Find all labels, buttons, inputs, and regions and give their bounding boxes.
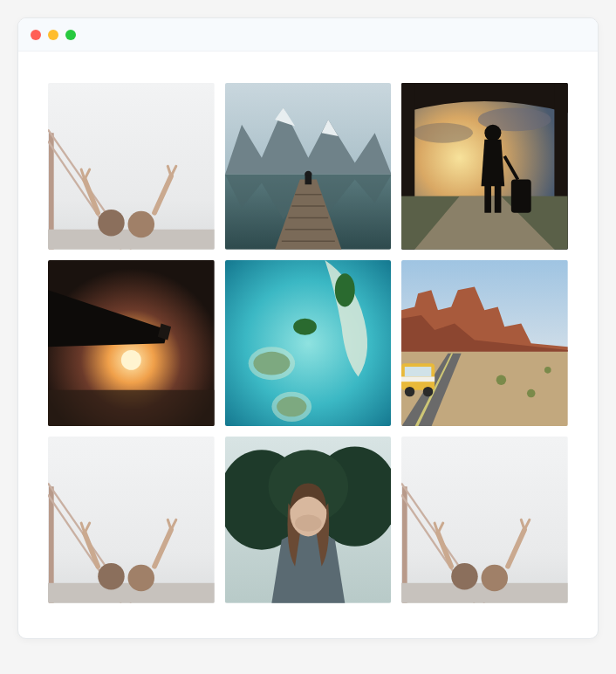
svg-point-41 [544, 367, 551, 374]
svg-point-65 [452, 563, 479, 590]
bridge-peace-sign-photo [48, 437, 215, 603]
svg-point-53 [128, 565, 155, 592]
gallery-tile[interactable] [48, 437, 215, 603]
maximize-icon[interactable] [65, 30, 76, 40]
bridge-peace-sign-photo [401, 437, 568, 603]
svg-rect-24 [495, 182, 502, 212]
svg-rect-25 [511, 180, 531, 213]
svg-point-22 [485, 125, 502, 141]
app-window [17, 17, 599, 639]
airplane-wing-sunset-photo [48, 260, 215, 427]
gallery-tile[interactable] [48, 83, 215, 250]
svg-point-28 [121, 350, 141, 370]
close-icon[interactable] [31, 30, 41, 40]
svg-point-59 [295, 515, 322, 532]
gallery-tile[interactable] [225, 437, 392, 603]
gallery-tile[interactable] [401, 83, 568, 250]
bridge-peace-sign-photo [48, 83, 215, 250]
svg-point-46 [423, 387, 433, 396]
svg-rect-44 [401, 376, 435, 382]
image-grid [48, 83, 568, 603]
svg-point-45 [405, 387, 414, 396]
aerial-islands-photo [225, 260, 392, 427]
minimize-icon[interactable] [48, 30, 58, 40]
svg-point-17 [414, 123, 474, 143]
gallery-tile[interactable] [225, 260, 392, 427]
titlebar [18, 18, 598, 52]
woman-portrait-trees-photo [225, 437, 392, 603]
svg-rect-15 [305, 176, 311, 185]
svg-point-34 [271, 391, 311, 421]
svg-point-6 [128, 211, 155, 238]
svg-point-66 [482, 565, 509, 592]
traveler-silhouette-photo [401, 83, 568, 250]
svg-point-52 [98, 563, 125, 590]
svg-point-35 [293, 318, 317, 334]
gallery-tile[interactable] [48, 260, 215, 427]
svg-point-40 [527, 389, 536, 397]
gallery-tile[interactable] [401, 437, 568, 603]
svg-point-32 [248, 347, 294, 380]
svg-rect-29 [48, 389, 215, 426]
gallery-tile[interactable] [401, 260, 568, 427]
svg-rect-43 [405, 367, 432, 376]
svg-point-5 [98, 210, 125, 237]
gallery-content [18, 52, 598, 638]
svg-point-39 [496, 375, 506, 384]
gallery-tile[interactable] [225, 83, 392, 250]
svg-rect-23 [485, 182, 492, 212]
mountain-lake-dock-photo [225, 83, 392, 250]
desert-road-van-photo [401, 260, 568, 427]
svg-point-36 [334, 273, 354, 306]
